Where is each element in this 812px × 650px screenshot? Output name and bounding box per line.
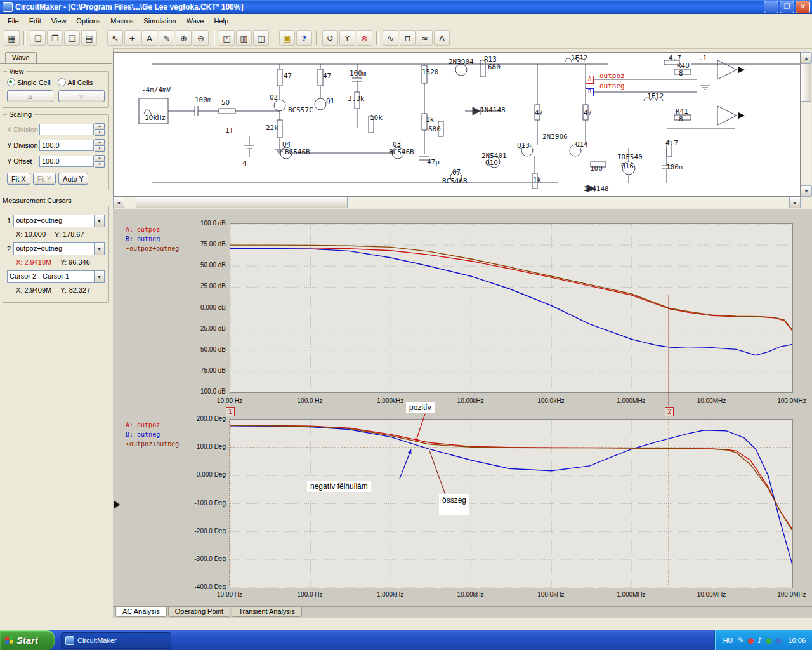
waveforms-view-icon[interactable]: ▥ <box>236 30 252 46</box>
y-division-spin-down[interactable]: ▼ <box>95 145 105 152</box>
x-tick-label: 10.00MHz <box>691 591 731 598</box>
scroll-right-icon[interactable]: ► <box>789 197 801 208</box>
prev-cell-button[interactable]: △ <box>7 90 53 102</box>
analysis-window-icon[interactable]: ∆ <box>434 30 450 46</box>
fit-y-button[interactable]: Fit Y <box>33 173 56 185</box>
menu-item-options[interactable]: Options <box>71 15 105 27</box>
menu-item-wave[interactable]: Wave <box>181 15 209 27</box>
zoom-out-tool-icon[interactable]: ⊖ <box>193 30 209 46</box>
menu-item-file[interactable]: File <box>3 15 24 27</box>
title-bar: CircuitMaker - [C:\Program Files\...\Ge … <box>0 0 812 14</box>
tray-alert-icon[interactable]: ● <box>747 637 754 644</box>
reset-icon[interactable]: ↺ <box>322 30 338 46</box>
phase-plot[interactable] <box>230 419 793 588</box>
browse-mode-icon[interactable]: ▦ <box>4 30 20 46</box>
scroll-up-icon[interactable]: ▲ <box>801 52 812 63</box>
next-cell-button[interactable]: ▽ <box>58 90 105 102</box>
y-offset-spin-down[interactable]: ▼ <box>95 161 105 168</box>
open-file-icon[interactable]: ❐ <box>47 30 63 46</box>
scroll-left-icon[interactable]: ◄ <box>113 197 124 208</box>
tab-wave[interactable]: Wave <box>5 52 37 63</box>
all-cells-radio[interactable] <box>58 78 66 86</box>
cursor-diff-select[interactable]: Cursor 2 - Cursor 1 ▼ <box>7 270 105 283</box>
menu-item-view[interactable]: View <box>46 15 72 27</box>
zoom-in-tool-icon[interactable]: ⊕ <box>176 30 192 46</box>
start-button[interactable]: Start <box>0 630 55 650</box>
chevron-down-icon[interactable]: ▼ <box>94 215 104 227</box>
scroll-down-icon[interactable]: ▼ <box>801 185 812 197</box>
probe-y-icon[interactable]: Y <box>339 30 355 46</box>
y-tick-label: -300.0 Deg <box>183 555 226 562</box>
cursor-marker-2[interactable]: 2 <box>665 407 674 416</box>
arrow-tool-icon[interactable]: ↖ <box>107 30 123 46</box>
save-file-icon[interactable]: ❑ <box>64 30 80 46</box>
chevron-down-icon[interactable]: ▼ <box>94 243 104 255</box>
x-division-input[interactable] <box>39 124 94 135</box>
menu-item-help[interactable]: Help <box>209 15 233 27</box>
probe-marker-a[interactable]: A <box>586 76 594 84</box>
schematic-hscrollbar[interactable]: ◄ ► <box>113 197 801 208</box>
cursor-2-signal-select[interactable]: outpoz+outneg ▼ <box>13 242 105 255</box>
component-label: Q14 <box>575 140 588 149</box>
fit-x-button[interactable]: Fit X <box>7 173 30 185</box>
y-offset-spin-up[interactable]: ▲ <box>95 155 105 161</box>
probe-marker-b[interactable]: B <box>586 88 594 96</box>
auto-y-button[interactable]: Auto Y <box>58 173 88 185</box>
chevron-down-icon[interactable]: ▼ <box>94 271 104 282</box>
menu-item-edit[interactable]: Edit <box>24 15 46 27</box>
split-view-icon[interactable]: ◫ <box>253 30 269 46</box>
tray-network-icon[interactable]: ● <box>766 637 772 644</box>
mixed-signal-icon[interactable]: ≈ <box>417 30 433 46</box>
help-icon[interactable]: ? <box>296 30 312 46</box>
y-division-input[interactable] <box>39 140 94 151</box>
vscroll-thumb[interactable] <box>801 63 811 102</box>
stop-simulation-icon[interactable]: ⊗ <box>357 30 372 46</box>
menu-item-macros[interactable]: Macros <box>105 15 138 27</box>
tab-ac-analysis[interactable]: AC Analysis <box>115 607 167 617</box>
component-label: 47 <box>535 109 543 117</box>
minimize-icon[interactable]: _ <box>764 1 778 13</box>
print-icon[interactable]: ▤ <box>81 30 97 46</box>
tab-operating-point[interactable]: Operating Point <box>168 607 230 617</box>
schematic-view-icon[interactable]: ◰ <box>219 30 235 46</box>
analog-scope-icon[interactable]: ∿ <box>383 30 398 46</box>
delete-tool-icon[interactable]: + <box>124 30 140 46</box>
new-file-icon[interactable]: ❏ <box>30 30 46 46</box>
toolbar-separator <box>316 31 318 45</box>
measurement-cursors-title: Measurement Cursors <box>3 197 112 204</box>
language-indicator[interactable]: HU <box>723 637 733 644</box>
digital-scope-icon[interactable]: ⊓ <box>400 30 416 46</box>
x-tick-label: 1.000kHz <box>370 397 410 404</box>
y-offset-input[interactable] <box>39 156 94 167</box>
magnitude-plot[interactable] <box>230 223 793 393</box>
cursor-1-signal-select[interactable]: outpoz+outneg ▼ <box>13 215 105 227</box>
pane-splitter-handle[interactable] <box>114 500 124 509</box>
y-division-spin-up[interactable]: ▲ <box>95 139 105 145</box>
cursor-marker-1[interactable]: 1 <box>226 407 235 416</box>
tray-volume-icon[interactable]: ♪ <box>757 637 763 644</box>
hscroll-thumb[interactable] <box>136 197 348 208</box>
single-cell-radio[interactable] <box>7 78 15 86</box>
maximize-icon[interactable]: ❐ <box>780 1 794 13</box>
schematic-vscrollbar[interactable]: ▲ ▼ <box>801 52 811 197</box>
taskbar-task-circuitmaker[interactable]: CircuitMaker <box>61 632 171 649</box>
x-division-spin-up[interactable]: ▲ <box>95 123 105 129</box>
cursor-1-signal-value: outpoz+outneg <box>14 215 94 227</box>
toolbar: ▦❏❐❑▤↖+A✎⊕⊖◰▥◫▣?↺Y⊗∿⊓≈∆ <box>0 28 812 49</box>
x-tick-label: 100.0 Hz <box>290 397 331 404</box>
probe-tool-icon[interactable]: ✎ <box>159 30 174 46</box>
component-label: Q2 <box>270 93 278 102</box>
tray-pen-icon[interactable]: ✎ <box>738 637 744 644</box>
component-label: 1E12 <box>647 92 664 100</box>
schematic-canvas[interactable]: -4m/4mV10kHz100m501f22k4Q24747BC557CQ13.… <box>113 52 801 197</box>
menu-bar: FileEditViewOptionsMacrosSimulationWaveH… <box>0 14 812 29</box>
component-label: 4.7 <box>665 139 678 147</box>
close-icon[interactable]: ✕ <box>796 1 810 13</box>
x-division-spin-down[interactable]: ▼ <box>95 129 105 136</box>
menu-item-simulation[interactable]: Simulation <box>138 15 181 27</box>
app-icon <box>3 2 13 12</box>
text-tool-icon[interactable]: A <box>141 30 157 46</box>
multimeter-icon[interactable]: ▣ <box>279 30 295 46</box>
tab-transient-analysis[interactable]: Transient Analysis <box>232 607 302 617</box>
tray-update-icon[interactable]: ● <box>775 637 782 644</box>
